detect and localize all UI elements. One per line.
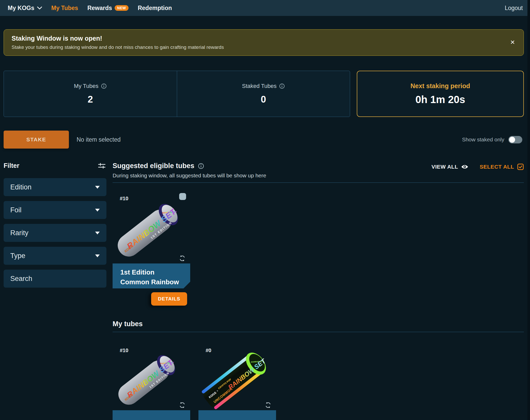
tube-figure: #10 [113, 191, 190, 263]
main-column: Suggested eligible tubes During staking … [113, 162, 524, 420]
dropdown-label: Type [10, 252, 25, 260]
nav-item-my-tubes[interactable]: My Tubes [51, 5, 78, 12]
tube-art-gray[interactable]: RAINBOW SET KOGS RAINBOW SET 1ST EDITION [114, 191, 189, 263]
dropdown-type[interactable]: Type [4, 247, 106, 265]
stats-row: My Tubes 2 Staked Tubes [4, 71, 524, 117]
show-staked-only-label: Show staked only [462, 136, 504, 143]
dropdown-label: Foil [10, 206, 22, 214]
filter-title: Filter [4, 162, 19, 169]
alert-title: Staking Window is now open! [12, 35, 506, 42]
chevron-down-icon [95, 209, 100, 212]
tube-art-green[interactable]: RAINBOW SET KOGS ✕ CRYPTO POP UNCOMMON R… [200, 343, 277, 411]
tube-name-banner [113, 410, 190, 420]
refresh-icon[interactable] [179, 401, 186, 409]
alert-banner: Staking Window is now open! Stake your t… [4, 29, 524, 56]
show-staked-only-toggle[interactable] [508, 136, 522, 143]
filter-panel: Filter Edition Foil Rarity [4, 162, 106, 420]
new-badge: NEW [115, 5, 129, 11]
logout-link[interactable]: Logout [505, 5, 523, 12]
checkbox-checked-icon [517, 163, 524, 170]
my-tubes-cards-row: #10 RAINBOW SET KOGS RAINBOW SET 1ST EDI… [113, 343, 524, 420]
stat-my-tubes-value: 2 [88, 94, 93, 105]
tube-number: #10 [120, 196, 128, 202]
my-tubes-section-header: My tubes [113, 320, 524, 328]
nav-item-label: Rewards [87, 5, 112, 12]
chevron-down-icon [37, 6, 42, 10]
stat-my-tubes-label: My Tubes [74, 83, 98, 89]
dropdown-rarity[interactable]: Rarity [4, 224, 106, 242]
chevron-down-icon [95, 254, 100, 257]
content: Filter Edition Foil Rarity [4, 162, 524, 420]
search-box [4, 270, 106, 288]
view-all-button[interactable]: VIEW ALL [432, 164, 469, 170]
next-staking-countdown: 0h 1m 20s [415, 94, 465, 105]
tube-number: #0 [206, 348, 211, 353]
nav-item-label: My KOGs [8, 5, 34, 12]
stat-staked-tubes: Staked Tubes 0 [177, 71, 350, 117]
dropdown-foil[interactable]: Foil [4, 201, 106, 219]
nav-item-label: Redemption [138, 5, 172, 12]
eye-icon [461, 165, 468, 169]
next-staking-label: Next staking period [410, 82, 470, 90]
stat-staked-value: 0 [261, 94, 266, 105]
suggested-subtitle: During staking window, all suggested tub… [113, 172, 266, 179]
search-input[interactable] [10, 275, 101, 283]
app-root: My KOGs My Tubes Rewards NEW Redemption … [0, 0, 527, 420]
nav-item-rewards[interactable]: Rewards NEW [87, 5, 129, 12]
filter-settings-icon[interactable] [98, 162, 105, 169]
tube-figure: #10 RAINBOW SET KOGS RAINBOW SET 1ST EDI… [113, 343, 190, 410]
select-all-label: SELECT ALL [480, 164, 514, 170]
tube-name-banner [198, 410, 276, 420]
stake-bar: STAKE No item selected Show staked only [4, 131, 524, 149]
info-icon[interactable] [198, 163, 204, 169]
stake-button[interactable]: STAKE [4, 131, 69, 149]
dropdown-label: Edition [10, 183, 32, 191]
suggested-title: Suggested eligible tubes [113, 162, 194, 170]
stats-group: My Tubes 2 Staked Tubes [4, 71, 350, 117]
details-button[interactable]: DETAILS [151, 292, 187, 306]
view-all-label: VIEW ALL [432, 164, 458, 170]
info-icon[interactable] [279, 83, 285, 89]
nav-item-label: My Tubes [51, 5, 78, 12]
tube-checkbox[interactable] [179, 193, 186, 200]
tube-card: #0 [198, 343, 276, 420]
tube-card: #10 RAINBOW SET KOGS RAINBOW SET 1ST EDI… [113, 343, 190, 420]
close-icon[interactable]: × [510, 38, 515, 46]
tube-name-banner: 1st Edition Common Rainbow [113, 263, 190, 288]
select-all-button[interactable]: SELECT ALL [480, 163, 524, 170]
scrollbar-track[interactable] [527, 0, 530, 420]
divider [113, 332, 524, 332]
selection-status: No item selected [77, 136, 121, 143]
tube-number: #10 [120, 348, 128, 353]
stat-my-tubes: My Tubes 2 [4, 71, 177, 117]
stat-staked-label: Staked Tubes [242, 83, 277, 89]
nav-item-redemption[interactable]: Redemption [138, 5, 172, 12]
chevron-down-icon [95, 186, 100, 189]
tube-name: 1st Edition Common Rainbow [120, 267, 185, 287]
refresh-icon[interactable] [179, 255, 186, 262]
toggle-knob [509, 137, 515, 143]
my-tubes-title: My tubes [113, 320, 143, 328]
divider [113, 182, 524, 183]
dropdown-edition[interactable]: Edition [4, 178, 106, 196]
navbar: My KOGs My Tubes Rewards NEW Redemption … [0, 0, 527, 16]
refresh-icon[interactable] [265, 401, 271, 409]
nav-item-my-kogs[interactable]: My KOGs [8, 5, 42, 12]
tube-art-gray[interactable]: RAINBOW SET KOGS RAINBOW SET 1ST EDITION [114, 343, 186, 411]
info-icon[interactable] [101, 83, 107, 89]
alert-message: Stake your tubes during staking window a… [12, 44, 506, 50]
suggested-tube-card: #10 [113, 191, 190, 306]
tube-figure: #0 [198, 343, 276, 410]
dropdown-label: Rarity [10, 229, 29, 237]
chevron-down-icon [95, 232, 100, 234]
next-staking-card: Next staking period 0h 1m 20s [357, 71, 524, 117]
